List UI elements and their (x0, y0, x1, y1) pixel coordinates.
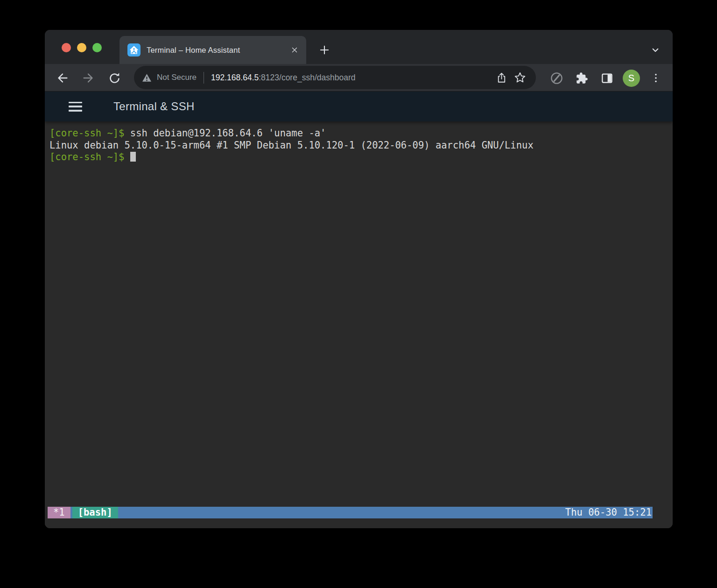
terminal-line: [core-ssh ~]$ (49, 151, 668, 163)
share-icon[interactable] (492, 68, 511, 87)
shell-prompt: [core-ssh ~]$ (49, 151, 124, 163)
reload-button[interactable] (105, 69, 124, 87)
zoom-window-button[interactable] (92, 43, 102, 52)
terminal-line: [core-ssh ~]$ ssh debian@192.168.64.6 'u… (49, 128, 668, 140)
terminal-cursor (130, 152, 136, 162)
extension-circle-strike-icon[interactable] (547, 69, 566, 87)
tmux-window-name[interactable]: [bash] (72, 507, 118, 518)
url-text: 192.168.64.5:8123/core_ssh/dashboard (211, 73, 355, 83)
menu-hamburger-icon[interactable] (69, 102, 82, 112)
terminal-line: Linux debian 5.10.0-15-arm64 #1 SMP Debi… (49, 140, 668, 152)
extensions-puzzle-icon[interactable] (572, 69, 591, 87)
app-header: Terminal & SSH (45, 92, 673, 121)
back-button[interactable] (53, 69, 71, 87)
toolbar-right-icons: S (547, 69, 665, 87)
command-output: Linux debian 5.10.0-15-arm64 #1 SMP Debi… (49, 140, 534, 151)
tab-close-icon[interactable] (290, 46, 299, 54)
browser-tab[interactable]: Terminal – Home Assistant (120, 36, 306, 64)
window-controls (62, 43, 102, 52)
tab-strip: Terminal – Home Assistant (45, 30, 673, 64)
browser-window: Terminal – Home Assistant (45, 30, 673, 528)
minimize-window-button[interactable] (77, 43, 86, 52)
browser-toolbar: Not Secure 192.168.64.5:8123/core_ssh/da… (45, 64, 673, 92)
desktop: { "browser": { "tab_title": "Terminal – … (0, 0, 717, 588)
shell-prompt: [core-ssh ~]$ (49, 128, 124, 139)
tab-title: Terminal – Home Assistant (147, 46, 290, 55)
url-host: 192.168.64.5 (211, 73, 259, 82)
side-panel-icon[interactable] (598, 69, 616, 87)
security-label: Not Secure (157, 73, 197, 82)
tmux-status-bar: *1 [bash] Thu 06-30 15:21 (48, 507, 653, 518)
tmux-window-index[interactable]: *1 (48, 507, 70, 518)
url-path: :8123/core_ssh/dashboard (259, 73, 355, 82)
omnibox-divider (204, 72, 204, 84)
not-secure-warning-icon (142, 73, 152, 82)
menu-kebab-icon[interactable] (647, 69, 665, 87)
forward-button[interactable] (79, 69, 98, 87)
home-assistant-favicon-icon (127, 43, 141, 57)
terminal[interactable]: [core-ssh ~]$ ssh debian@192.168.64.6 'u… (45, 121, 673, 528)
new-tab-button[interactable] (316, 42, 333, 58)
address-bar[interactable]: Not Secure 192.168.64.5:8123/core_ssh/da… (134, 66, 536, 89)
profile-avatar[interactable]: S (623, 70, 640, 87)
shell-command: ssh debian@192.168.64.6 'uname -a' (124, 128, 326, 139)
bookmark-star-icon[interactable] (511, 68, 529, 87)
page-title: Terminal & SSH (113, 100, 195, 113)
tmux-clock: Thu 06-30 15:21 (565, 507, 653, 518)
tab-search-chevron-icon[interactable] (647, 42, 664, 58)
close-window-button[interactable] (62, 43, 71, 52)
